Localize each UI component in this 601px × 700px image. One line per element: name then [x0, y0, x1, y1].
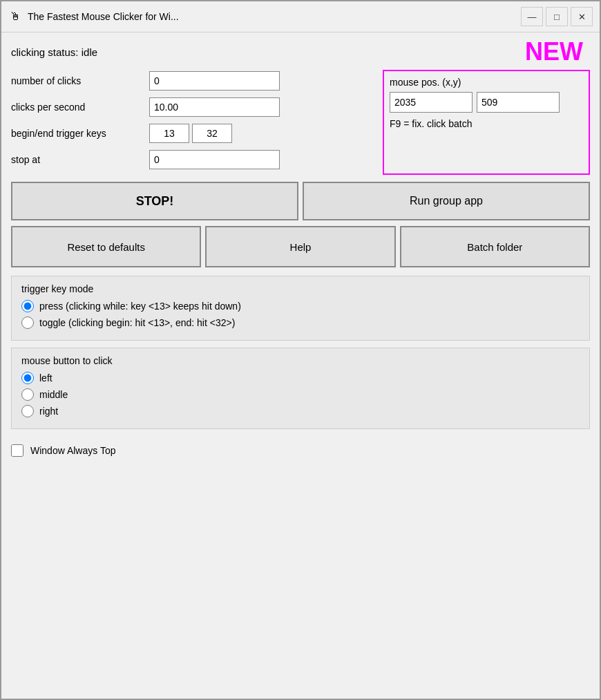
stop-button[interactable]: STOP!: [11, 182, 298, 220]
close-button[interactable]: ✕: [571, 7, 593, 26]
mouse-left-radio[interactable]: [21, 372, 34, 384]
mouse-pos-values: [390, 92, 583, 113]
mouse-middle-radio[interactable]: [21, 388, 34, 401]
trigger-inputs: [149, 124, 232, 143]
mouse-pos-panel: mouse pos. (x,y) F9 = fix. click batch: [383, 70, 590, 175]
fix-click-label: F9 = fix. click batch: [390, 118, 583, 129]
trigger-press-row: press (clicking while: key <13> keeps hi…: [21, 300, 580, 312]
window-always-top-row: Window Always Top: [11, 436, 590, 461]
trigger-toggle-row: toggle (clicking begin: hit <13>, end: h…: [21, 316, 580, 329]
clicks-per-sec-row: clicks per second: [11, 96, 376, 118]
minimize-button[interactable]: —: [521, 7, 543, 26]
batch-folder-button[interactable]: Batch folder: [400, 226, 590, 267]
trigger-toggle-radio[interactable]: [21, 316, 34, 329]
stop-at-label: stop at: [11, 154, 149, 165]
main-grid: number of clicks clicks per second begin…: [11, 70, 590, 175]
status-row: clicking status: idle NEW: [11, 39, 590, 64]
maximize-button[interactable]: □: [546, 7, 568, 26]
num-clicks-input[interactable]: [149, 71, 280, 91]
always-top-label: Window Always Top: [30, 445, 115, 456]
trigger-key2-input[interactable]: [192, 124, 232, 143]
mouse-right-row: right: [21, 405, 580, 417]
num-clicks-row: number of clicks: [11, 70, 376, 92]
stop-at-row: stop at: [11, 149, 376, 171]
clicks-per-sec-input[interactable]: [149, 97, 280, 117]
title-bar: 🖱 The Fastest Mouse Clicker for Wi... — …: [1, 1, 600, 32]
mouse-y-input[interactable]: [477, 92, 560, 113]
trigger-key-mode-title: trigger key mode: [21, 283, 580, 294]
button-row-1: STOP! Run group app: [11, 182, 590, 220]
reset-button[interactable]: Reset to defaults: [11, 226, 201, 267]
window-title: The Fastest Mouse Clicker for Wi...: [28, 11, 521, 22]
clicks-per-sec-label: clicks per second: [11, 102, 149, 113]
trigger-key-mode-section: trigger key mode press (clicking while: …: [11, 276, 590, 341]
help-button[interactable]: Help: [205, 226, 395, 267]
mouse-left-label: left: [39, 372, 53, 384]
trigger-key1-input[interactable]: [149, 124, 189, 143]
trigger-toggle-label: toggle (clicking begin: hit <13>, end: h…: [39, 317, 235, 328]
trigger-keys-row: begin/end trigger keys: [11, 122, 376, 144]
trigger-press-label: press (clicking while: key <13> keeps hi…: [39, 301, 241, 312]
window-controls: — □ ✕: [521, 7, 593, 26]
left-panel: number of clicks clicks per second begin…: [11, 70, 376, 175]
always-top-checkbox[interactable]: [11, 444, 23, 457]
trigger-press-radio[interactable]: [21, 300, 34, 312]
content-area: clicking status: idle NEW number of clic…: [1, 32, 600, 699]
mouse-button-title: mouse button to click: [21, 355, 580, 366]
mouse-button-section: mouse button to click left middle right: [11, 348, 590, 429]
mouse-middle-label: middle: [39, 389, 68, 400]
mouse-right-radio[interactable]: [21, 405, 34, 417]
stop-at-input[interactable]: [149, 150, 280, 169]
mouse-left-row: left: [21, 372, 580, 384]
main-window: 🖱 The Fastest Mouse Clicker for Wi... — …: [0, 0, 601, 700]
new-badge: NEW: [525, 39, 590, 64]
mouse-pos-label: mouse pos. (x,y): [390, 77, 583, 88]
mouse-x-input[interactable]: [390, 92, 473, 113]
trigger-keys-label: begin/end trigger keys: [11, 128, 149, 139]
mouse-middle-row: middle: [21, 388, 580, 401]
num-clicks-label: number of clicks: [11, 75, 149, 86]
button-row-2: Reset to defaults Help Batch folder: [11, 226, 590, 267]
status-label: clicking status: idle: [11, 46, 97, 58]
mouse-right-label: right: [39, 406, 58, 417]
app-icon: 🖱: [8, 10, 22, 23]
run-group-button[interactable]: Run group app: [303, 182, 590, 220]
